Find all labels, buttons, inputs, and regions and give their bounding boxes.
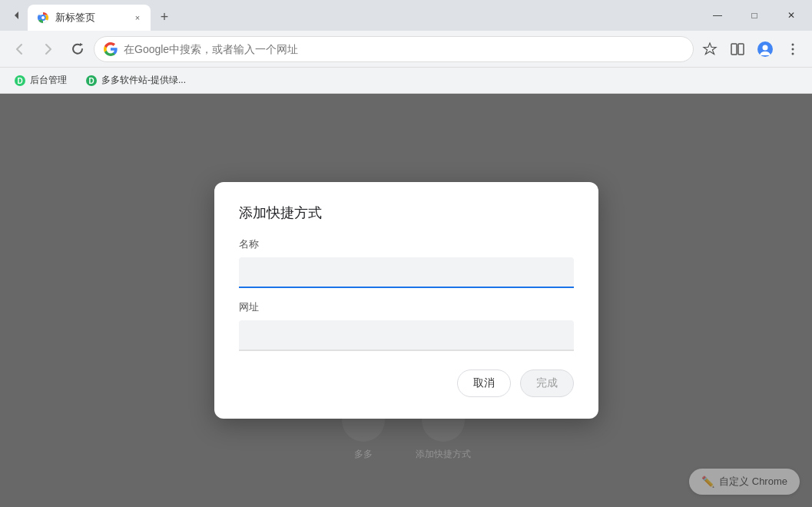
svg-rect-6 [738, 44, 744, 55]
address-input[interactable] [124, 43, 684, 55]
address-bar[interactable] [94, 36, 694, 62]
google-icon [104, 42, 118, 56]
dialog-actions: 取消 完成 [239, 369, 574, 397]
new-tab-button[interactable]: + [154, 6, 175, 28]
url-input[interactable] [239, 320, 574, 351]
svg-text:D: D [17, 77, 22, 85]
forward-button[interactable] [35, 36, 61, 62]
maximize-button[interactable]: □ [737, 3, 772, 28]
svg-marker-4 [80, 43, 83, 46]
profile-button[interactable] [752, 36, 778, 62]
cancel-button[interactable]: 取消 [457, 369, 511, 397]
menu-button[interactable] [780, 36, 806, 62]
svg-rect-5 [731, 44, 737, 55]
tab-prev-button[interactable] [6, 3, 28, 28]
split-view-button[interactable] [724, 36, 751, 62]
back-button[interactable] [6, 36, 32, 62]
profile-icon [757, 41, 774, 58]
active-tab[interactable]: 新标签页 × [28, 5, 151, 31]
dialog-overlay: 添加快捷方式 名称 网址 取消 完成 [0, 94, 812, 507]
toolbar-right [697, 36, 806, 62]
svg-point-9 [792, 43, 794, 45]
window-controls: — □ ✕ [700, 3, 812, 31]
tab-list: 新标签页 × + [6, 0, 175, 31]
back-icon [12, 41, 27, 57]
bookmark-item-admin[interactable]: D 后台管理 [6, 71, 75, 90]
tab-title: 新标签页 [55, 11, 124, 25]
name-field: 名称 [239, 237, 574, 288]
done-button[interactable]: 完成 [520, 369, 574, 397]
toolbar [0, 31, 812, 68]
split-view-icon [730, 41, 745, 57]
bookmark-favicon-1-icon: D [14, 75, 26, 87]
name-input[interactable] [239, 257, 574, 288]
browser-content: 多多 添加快捷方式 ✏️ 自定义 Chrome 添加快捷方式 名称 网址 取消 … [0, 94, 812, 507]
bookmarks-bar: D 后台管理 D 多多软件站-提供绿... [0, 68, 812, 94]
menu-icon [785, 41, 800, 57]
close-button[interactable]: ✕ [774, 3, 809, 28]
svg-point-3 [41, 16, 45, 19]
url-label: 网址 [239, 300, 574, 314]
dialog-title: 添加快捷方式 [239, 204, 574, 222]
bookmark-star-button[interactable] [697, 36, 723, 62]
reload-button[interactable] [65, 36, 91, 62]
bookmark-label-2: 多多软件站-提供绿... [101, 74, 186, 87]
bookmark-favicon-2-icon: D [85, 75, 98, 87]
add-shortcut-dialog: 添加快捷方式 名称 网址 取消 完成 [214, 182, 598, 419]
forward-icon [41, 41, 56, 57]
minimize-button[interactable]: — [700, 3, 735, 28]
svg-point-8 [763, 45, 768, 50]
tab-close-button[interactable]: × [131, 11, 144, 25]
svg-marker-0 [15, 12, 18, 19]
name-label: 名称 [239, 237, 574, 251]
svg-point-10 [792, 48, 794, 50]
bookmark-item-software[interactable]: D 多多软件站-提供绿... [78, 71, 194, 90]
reload-icon [70, 41, 85, 57]
title-bar: 新标签页 × + — □ ✕ [0, 0, 812, 31]
url-field: 网址 [239, 300, 574, 351]
star-icon [702, 41, 718, 57]
svg-text:D: D [88, 77, 94, 85]
bookmark-label-1: 后台管理 [30, 74, 67, 87]
svg-point-11 [792, 52, 794, 55]
tab-favicon-icon [37, 12, 49, 24]
